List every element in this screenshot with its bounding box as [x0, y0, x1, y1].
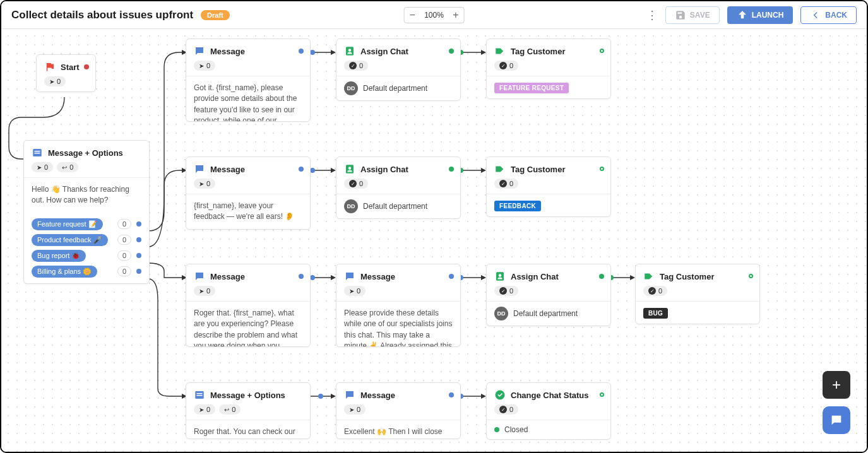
sent-chip: ➤0	[194, 404, 215, 415]
message-icon	[194, 271, 205, 282]
node-title: Tag Customer	[511, 47, 565, 56]
sent-chip: ➤0	[344, 404, 366, 415]
message-icon	[194, 163, 205, 175]
option-port	[136, 253, 141, 258]
node-tag-customer[interactable]: Tag Customer ✓0 BUG	[635, 264, 760, 324]
svg-point-0	[310, 50, 315, 55]
reply-icon: ↩	[62, 164, 67, 171]
flow-canvas[interactable]: Start ➤0 Message + Options ➤0 ↩0 Hello 👋…	[1, 29, 867, 452]
zoom-in-button[interactable]: +	[448, 8, 464, 23]
status-label: Closed	[504, 425, 528, 434]
save-button[interactable]: SAVE	[665, 6, 720, 24]
department-label: Default department	[363, 202, 427, 211]
send-icon: ➤	[199, 180, 204, 187]
node-message[interactable]: Message ➤0 Got it. {first_name}, please …	[186, 38, 311, 122]
node-title: Change Chat Status	[511, 391, 589, 400]
department-label: Default department	[513, 309, 578, 318]
node-title: Message	[360, 272, 395, 281]
department-row: DD Default department	[336, 76, 460, 100]
node-body: Roger that. You can check our	[186, 420, 310, 438]
back-label: BACK	[825, 11, 847, 20]
output-port	[749, 274, 753, 278]
node-change-chat-status[interactable]: Change Chat Status ✓0 Closed	[486, 382, 611, 440]
output-port	[299, 49, 304, 54]
send-icon: ➤	[199, 288, 204, 295]
tag-pill: FEATURE REQUEST	[494, 83, 569, 93]
option-count: 0	[117, 250, 131, 261]
svg-point-4	[310, 275, 315, 280]
check-icon: ✓	[648, 287, 656, 295]
save-icon	[675, 9, 686, 21]
option-bug-report[interactable]: Bug report 🐞 0	[24, 248, 149, 264]
tag-pill: FEEDBACK	[494, 201, 541, 211]
node-title: Message	[210, 165, 245, 174]
node-tag-customer[interactable]: Tag Customer ✓0 FEATURE REQUEST	[486, 38, 611, 99]
node-message[interactable]: Message ➤0 Excellent 🙌 Then I will close…	[336, 382, 461, 439]
node-message-options[interactable]: Message + Options ➤0 ↩0 Roger that. You …	[186, 382, 311, 439]
add-node-button[interactable]: +	[823, 371, 850, 399]
node-body: Hello 👋 Thanks for reaching out. How can…	[24, 177, 149, 213]
option-port	[136, 269, 141, 274]
flag-icon	[44, 61, 56, 73]
message-options-icon	[32, 147, 43, 158]
node-title: Tag Customer	[660, 272, 714, 281]
output-port	[299, 167, 304, 172]
received-chip: ↩0	[219, 404, 241, 415]
department-row: DD Default department	[336, 194, 460, 218]
assign-icon	[494, 271, 506, 282]
check-icon: ✓	[499, 180, 507, 187]
assign-icon	[344, 163, 355, 175]
zoom-out-button[interactable]: −	[404, 8, 420, 23]
launch-button[interactable]: LAUNCH	[727, 6, 794, 24]
svg-point-13	[348, 49, 352, 52]
status-row: Closed	[487, 420, 610, 439]
option-label: Product feedback 🎤	[32, 234, 108, 246]
sent-chip: ✓0	[643, 286, 667, 296]
node-message[interactable]: Message ➤0 Roger that. {first_name}, wha…	[186, 264, 311, 347]
node-assign-chat[interactable]: Assign Chat ✓0 DD Default department	[336, 38, 461, 101]
node-title: Assign Chat	[360, 47, 408, 56]
svg-rect-20	[197, 395, 203, 396]
tag-row: FEEDBACK	[487, 194, 610, 216]
sent-chip: ✓0	[344, 179, 368, 189]
node-message-options[interactable]: Message + Options ➤0 ↩0 Hello 👋 Thanks f…	[23, 140, 150, 284]
node-message[interactable]: Message ➤0 {first_name}, leave your feed…	[186, 156, 311, 230]
node-assign-chat[interactable]: Assign Chat ✓0 DD Default department	[486, 264, 611, 326]
sent-chip: ➤0	[44, 76, 66, 86]
tag-pill: BUG	[643, 308, 668, 319]
department-avatar: DD	[344, 199, 358, 213]
check-icon: ✓	[499, 62, 507, 69]
output-port	[600, 49, 604, 53]
more-menu-button[interactable]: ⋮	[646, 7, 658, 23]
node-title: Message	[360, 391, 395, 400]
sent-chip: ✓0	[494, 179, 518, 189]
node-title: Assign Chat	[511, 272, 559, 281]
check-icon: ✓	[349, 62, 357, 69]
option-count: 0	[117, 219, 131, 229]
node-body: Roger that. {first_name}, what are you e…	[186, 301, 310, 346]
received-chip: ↩0	[57, 162, 78, 172]
node-message[interactable]: Message ➤0 Please provide these details …	[336, 264, 461, 347]
department-row: DD Default department	[487, 301, 610, 326]
launch-icon	[737, 9, 748, 21]
svg-point-15	[348, 167, 352, 170]
check-icon: ✓	[349, 180, 357, 187]
message-icon	[194, 45, 205, 57]
svg-rect-11	[35, 153, 40, 154]
sent-chip: ➤0	[194, 179, 215, 189]
option-billing-plans[interactable]: Billing & plans 🌼 0	[24, 264, 149, 279]
check-icon: ✓	[499, 406, 507, 413]
sent-chip: ➤0	[32, 162, 53, 172]
option-product-feedback[interactable]: Product feedback 🎤 0	[24, 232, 149, 248]
node-title: Tag Customer	[511, 165, 565, 174]
sent-chip: ✓0	[344, 61, 368, 71]
node-tag-customer[interactable]: Tag Customer ✓0 FEEDBACK	[486, 156, 611, 217]
back-button[interactable]: BACK	[800, 6, 857, 24]
option-port	[136, 221, 141, 226]
output-port	[449, 392, 454, 397]
send-icon: ➤	[37, 164, 42, 171]
node-assign-chat[interactable]: Assign Chat ✓0 DD Default department	[336, 156, 461, 219]
chat-widget-button[interactable]	[823, 406, 850, 434]
option-feature-request[interactable]: Feature request 📝 0	[24, 216, 149, 232]
node-start[interactable]: Start ➤0	[36, 54, 96, 92]
